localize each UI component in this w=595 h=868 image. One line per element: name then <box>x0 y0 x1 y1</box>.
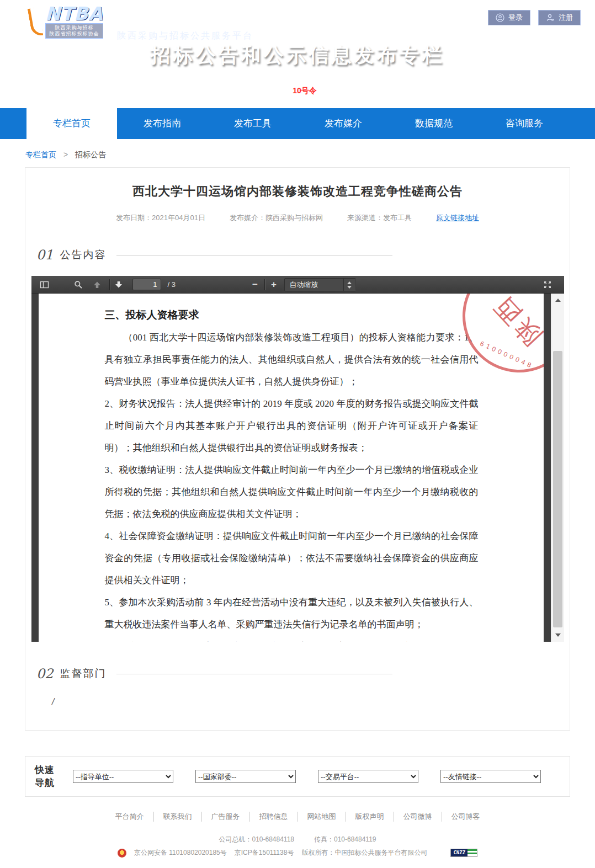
scroll-up-icon[interactable] <box>555 299 561 302</box>
search-icon[interactable] <box>71 278 86 292</box>
publish-date: 发布日期：2021年04月01日 <box>116 213 205 223</box>
article-title: 西北大学十四运场馆内部装修装饰改造工程竞争性磋商公告 <box>25 183 570 200</box>
scrollbar-thumb[interactable] <box>553 351 562 627</box>
footer-link[interactable]: 广告服务 <box>202 812 250 822</box>
site-logo: NTBA 陕西采购与招标 陕西省招标投标协会 <box>30 6 103 39</box>
breadcrumb: 专栏首页 > 招标公告 <box>0 139 595 167</box>
user-plus-icon <box>546 13 555 22</box>
toolbar-separator <box>109 279 110 290</box>
site-name: 陕西采购与招标网 <box>117 8 253 28</box>
register-label: 注册 <box>559 13 573 23</box>
logo-association-text: 陕西采购与招标 陕西省招标投标协会 <box>45 23 103 39</box>
section-1-rule <box>116 255 392 255</box>
logo-line1: 陕西采购与招标 <box>49 25 100 31</box>
quick-nav-select[interactable]: --交易平台-- <box>318 770 418 783</box>
footer-phone: 公司总机：010-68484118 传真：010-68484119 <box>0 835 595 844</box>
logo-line2: 陕西省招标投标协会 <box>49 31 100 37</box>
section-2-number: 02 <box>36 666 54 681</box>
document-heading: 三、投标人资格要求 <box>105 303 479 327</box>
page-total: / 3 <box>168 276 176 294</box>
document-paragraphs: （001 西北大学十四运场馆内部装修装饰改造工程项目）的投标人资格能力要求：1、… <box>105 327 479 642</box>
quick-nav-select[interactable]: --指导单位-- <box>73 770 173 783</box>
footer: 平台简介联系我们广告服务招聘信息网站地图版权声明公司微博公司博客 公司总机：01… <box>0 811 595 858</box>
document-paragraph: （001 西北大学十四运场馆内部装修装饰改造工程项目）的投标人资格能力要求：1、… <box>105 327 479 393</box>
section-2-title: 监督部门 <box>60 667 107 681</box>
zoom-mode-label: 自动缩放 <box>290 280 318 290</box>
auth-buttons: 登录 注册 <box>488 10 581 25</box>
footer-link[interactable]: 网站地图 <box>298 812 346 822</box>
logo-swoosh-icon <box>28 7 44 38</box>
user-icon <box>496 13 504 22</box>
document-paragraph: 6、法定代表人授权委托书：法定代表人参加磋商的，须出示身份证；法定代表人授权他人… <box>105 636 479 642</box>
cnzz-stripes-icon <box>468 849 477 856</box>
page-down-icon[interactable] <box>111 278 126 292</box>
banner-notes: 《招标公告和公示信息发布管理办法》（国家发改委第10号令）《招标公告和公示数据接… <box>0 86 595 96</box>
login-button[interactable]: 登录 <box>488 10 530 25</box>
login-label: 登录 <box>508 13 523 23</box>
footer-links: 平台简介联系我们广告服务招聘信息网站地图版权声明公司微博公司博客 <box>106 812 490 822</box>
decree-number: 10号令 <box>293 86 317 95</box>
zoom-mode-select[interactable]: 自动缩放 <box>284 278 356 291</box>
footer-link[interactable]: 公司微博 <box>394 812 442 822</box>
document-paragraph: 3、税收缴纳证明：法人提供响应文件截止时间前一年内至少一个月已缴纳的增值税或企业… <box>105 459 479 525</box>
section-2-header: 02 监督部门 <box>36 666 570 681</box>
page-number-input[interactable] <box>132 279 161 290</box>
sidebar-toggle-icon[interactable] <box>37 278 52 292</box>
footer-link[interactable]: 公司博客 <box>442 812 490 822</box>
quick-nav-select[interactable]: --国家部委-- <box>195 770 296 783</box>
toolbar-separator <box>264 279 265 290</box>
pdf-body: 陕西 610000048 三、投标人资格要求 （001 西北大学十四运场馆内部装… <box>31 294 564 642</box>
footer-link[interactable]: 联系我们 <box>154 812 202 822</box>
source-channel: 来源渠道：发布工具 <box>347 213 412 223</box>
document-paragraph: 5、参加本次采购活动前 3 年内在经营活动中没有重大违纪，以及未被列入失信被执行… <box>105 592 479 636</box>
quick-nav: 快速导航 --指导单位-- --国家部委-- --交易平台-- --友情链接-- <box>25 756 570 797</box>
nav-tabs: 专栏首页发布指南发布工具发布媒介数据规范咨询服务 <box>0 108 595 139</box>
nav-tab[interactable]: 咨询服务 <box>479 108 570 139</box>
icp-number: 京ICP备15011138号 <box>235 848 294 858</box>
scroll-down-icon[interactable] <box>555 633 561 637</box>
zoom-in-icon[interactable]: + <box>267 278 281 292</box>
quick-nav-selects: --指导单位-- --国家部委-- --交易平台-- --友情链接-- <box>73 770 563 783</box>
site-header: NTBA 陕西采购与招标 陕西省招标投标协会 陕西采购与招标网 陕西采购与招标公… <box>0 0 595 108</box>
publish-media: 发布媒介：陕西采购与招标网 <box>230 213 323 223</box>
breadcrumb-home-link[interactable]: 专栏首页 <box>25 150 56 159</box>
nav-tab[interactable]: 发布工具 <box>208 108 298 139</box>
banner-note-regulation: 《招标公告和公示信息发布管理办法》（国家发改委第10号令） <box>107 86 325 95</box>
footer-link[interactable]: 招聘信息 <box>250 812 298 822</box>
nav-tab[interactable]: 数据规范 <box>389 108 479 139</box>
zoom-out-icon[interactable]: − <box>248 278 263 292</box>
section-2-rule <box>116 674 392 674</box>
pdf-viewer: / 3 − + 自动缩放 陕西 610000048 三、投标人资格要求 <box>31 276 564 642</box>
dropdown-arrows-icon <box>343 279 355 291</box>
section-1-header: 01 公告内容 <box>36 247 570 263</box>
cnzz-label: CNZZ <box>451 849 468 856</box>
document-paragraph: 4、社会保障资金缴纳证明：提供响应文件截止时间前一年内至少一个月已缴纳的社会保障… <box>105 525 479 592</box>
cnzz-badge[interactable]: CNZZ <box>450 849 477 857</box>
supervision-content: / <box>52 697 570 707</box>
logo-ntba-text: NTBA <box>45 6 103 22</box>
announcement-card: 西北大学十四运场馆内部装修装饰改造工程竞争性磋商公告 发布日期：2021年04月… <box>25 167 570 731</box>
footer-link[interactable]: 版权声明 <box>346 812 394 822</box>
pdf-scrollbar[interactable] <box>551 294 564 642</box>
nav-tab[interactable]: 发布指南 <box>117 108 208 139</box>
stamp-text: 陕西 <box>485 294 543 353</box>
page-up-icon[interactable] <box>90 278 105 292</box>
fullscreen-icon[interactable] <box>540 278 555 292</box>
footer-link[interactable]: 平台简介 <box>106 812 154 822</box>
article-meta: 发布日期：2021年04月01日 发布媒介：陕西采购与招标网 来源渠道：发布工具… <box>25 213 570 223</box>
register-button[interactable]: 注册 <box>538 10 581 25</box>
nav-tab[interactable]: 发布媒介 <box>298 108 389 139</box>
original-link[interactable]: 原文链接地址 <box>436 213 479 223</box>
police-beian-number: 京公网安备 11010802020185号 <box>134 848 227 858</box>
pdf-page: 陕西 610000048 三、投标人资格要求 （001 西北大学十四运场馆内部装… <box>39 294 544 642</box>
document-paragraph: 2、财务状况报告：法人提供经审计的 2019 年度或 2020 年度的财务报告或… <box>105 393 479 459</box>
quick-nav-select[interactable]: --友情链接-- <box>440 770 541 783</box>
main-nav: 专栏首页发布指南发布工具发布媒介数据规范咨询服务 <box>0 108 595 139</box>
nav-tab[interactable]: 专栏首页 <box>26 108 117 139</box>
banner-title: 招标公告和公示信息发布专栏 <box>0 42 595 69</box>
section-1-number: 01 <box>36 247 54 263</box>
footer-beian: 京公网安备 11010802020185号 京ICP备15011138号 版权所… <box>0 848 595 858</box>
banner-note-standard: 《招标公告和公示数据接口规范》试行 <box>357 86 488 95</box>
site-subtitle: 陕西采购与招标公共服务平台 <box>117 30 253 42</box>
copyright-text: 版权所有：中国招标公共服务平台有限公司 <box>301 848 427 858</box>
